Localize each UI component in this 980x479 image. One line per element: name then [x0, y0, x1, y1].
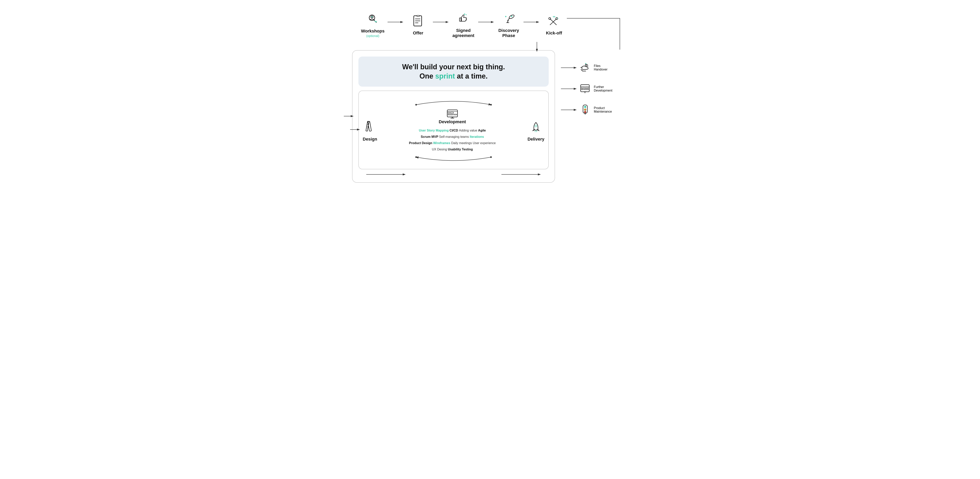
signed-agreement-label: Signedagreement [452, 28, 474, 38]
offer-icon [411, 14, 425, 28]
svg-point-64 [490, 156, 492, 158]
word-adding-value: Adding value [459, 129, 478, 132]
svg-marker-28 [536, 21, 539, 23]
word-ux-desing: UX Desing [432, 148, 448, 151]
svg-point-24 [511, 16, 512, 17]
word-product-design: Product Design [409, 141, 433, 145]
development-header: Development [381, 109, 523, 124]
svg-rect-78 [581, 87, 585, 89]
svg-point-44 [415, 104, 417, 106]
svg-marker-85 [574, 109, 577, 111]
flow-step-kickoff: Kick-off [541, 14, 567, 36]
svg-point-60 [535, 125, 537, 127]
svg-point-89 [584, 111, 586, 113]
svg-marker-38 [351, 115, 354, 117]
svg-rect-79 [585, 87, 589, 89]
inner-loop-box: Design [358, 90, 549, 169]
product-maintenance-icon [580, 104, 591, 116]
arrow-3 [478, 20, 494, 24]
discovery-icon [502, 12, 515, 25]
kickoff-label: Kick-off [546, 30, 562, 36]
arrow-1 [388, 20, 403, 24]
files-handover-icon [580, 62, 591, 74]
arrow-2 [433, 20, 449, 24]
main-container: Workshops (optional) Offer [352, 8, 628, 183]
top-flow: Workshops (optional) Offer [352, 8, 628, 42]
product-maintenance-label: ProductMaintenance [594, 106, 612, 113]
delivery-label: Delivery [527, 136, 544, 142]
word-scrum: Scrum [421, 135, 431, 138]
svg-rect-56 [453, 114, 457, 115]
headline-accent: sprint [435, 72, 455, 80]
svg-marker-69 [538, 173, 541, 175]
word-mvp: MVP [431, 135, 439, 138]
right-side: FilesHandover [561, 50, 628, 116]
headline-line1: We'll build your next big thing. [402, 63, 505, 71]
svg-rect-10 [417, 15, 419, 17]
svg-rect-81 [584, 89, 589, 90]
svg-marker-75 [574, 88, 577, 90]
headline-box: We'll build your next big thing. One spr… [358, 57, 549, 87]
design-label: Design [363, 136, 377, 142]
discovery-label: DiscoveryPhase [498, 28, 519, 38]
side-items: Design [363, 109, 544, 154]
svg-marker-40 [536, 49, 538, 52]
kickoff-icon [547, 14, 561, 28]
outcome-product-maintenance: ProductMaintenance [561, 104, 628, 116]
svg-point-65 [415, 156, 417, 158]
svg-marker-12 [445, 21, 449, 23]
offer-label: Offer [413, 30, 423, 36]
outcome-further-development: FurtherDevelopment [561, 83, 628, 95]
word-cloud-content: User Story Mapping CI/CD Adding value Ag… [381, 126, 523, 154]
bottom-section: We'll build your next big thing. One spr… [352, 50, 628, 183]
svg-point-3 [371, 16, 372, 17]
delivery-icon [530, 121, 542, 135]
svg-point-88 [584, 109, 586, 111]
svg-point-31 [549, 17, 551, 19]
word-usability: Usability Testing [448, 148, 473, 151]
word-daily: Daily meetings [451, 141, 473, 145]
development-label: Development [439, 119, 466, 124]
workshops-label: Workshops [361, 29, 384, 34]
outcome-files-handover: FilesHandover [561, 62, 628, 74]
word-ux-exp: User experience [473, 141, 496, 145]
svg-rect-53 [448, 112, 450, 113]
flow-step-offer: Offer [405, 14, 431, 36]
svg-marker-71 [574, 67, 577, 69]
svg-point-87 [584, 106, 586, 108]
word-wireframes: Wireframes [433, 141, 450, 145]
arrow-4 [523, 20, 539, 24]
svg-marker-67 [403, 173, 406, 175]
further-development-label: FurtherDevelopment [594, 85, 612, 92]
word-agile: Agile [478, 129, 486, 132]
word-cicd: CI/CD [450, 129, 459, 132]
development-icon [447, 109, 458, 119]
flow-step-workshops: Workshops (optional) [360, 13, 386, 38]
svg-rect-80 [581, 89, 583, 90]
svg-rect-76 [581, 85, 589, 92]
word-user-story: User Story Mapping [419, 129, 449, 132]
svg-marker-5 [400, 21, 403, 23]
design-item: Design [363, 121, 377, 142]
svg-line-50 [367, 128, 369, 128]
word-cloud: Development User Story Mapping CI/CD Add… [377, 109, 527, 154]
svg-rect-55 [448, 114, 453, 115]
svg-point-45 [490, 104, 492, 106]
files-handover-label: FilesHandover [594, 64, 608, 71]
svg-marker-42 [357, 128, 360, 130]
flow-step-discovery: DiscoveryPhase [496, 12, 522, 38]
svg-marker-19 [491, 21, 494, 23]
headline-text: We'll build your next big thing. One spr… [366, 62, 541, 81]
word-iterations: Iterations [470, 135, 484, 138]
design-icon [365, 121, 375, 135]
workshops-icon [366, 13, 380, 26]
delivery-item: Delivery [527, 121, 544, 142]
flow-step-signed-agreement: Signedagreement [450, 12, 476, 38]
signed-agreement-icon [457, 12, 470, 25]
word-self-managing: Self-managing teams [439, 135, 470, 138]
svg-rect-54 [450, 112, 453, 113]
main-loop-box: We'll build your next big thing. One spr… [352, 50, 555, 183]
workshops-sub: (optional) [366, 34, 379, 38]
further-development-icon [580, 83, 591, 95]
headline-line2-pre: One [420, 72, 435, 80]
